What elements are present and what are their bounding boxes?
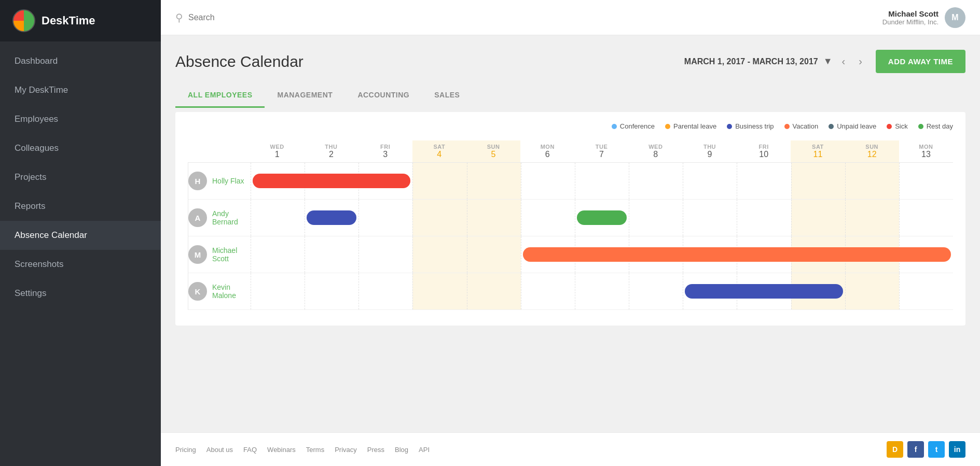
day-cell-kevin-malone-5 [521, 273, 575, 309]
absence-bar-michael-scott-vacation[interactable] [523, 247, 951, 262]
prev-period-button[interactable]: ‹ [838, 53, 850, 69]
sidebar-item-colleagues[interactable]: Colleagues [0, 134, 161, 163]
legend-item-business-trip: Business trip [727, 122, 774, 130]
sidebar-item-settings[interactable]: Settings [0, 279, 161, 308]
person-row-kevin-malone: K Kevin Malone [188, 273, 953, 310]
person-row-holly-flax: H Holly Flax [188, 163, 953, 200]
day-cell-holly-flax-3 [412, 163, 466, 199]
day-cell-holly-flax-6 [575, 163, 629, 199]
tab-accounting[interactable]: ACCOUNTING [345, 83, 422, 108]
person-name-andy-bernard[interactable]: Andy Bernard [212, 209, 251, 226]
day-header-2: FRI 3 [358, 140, 412, 162]
day-cell-andy-bernard-12 [899, 200, 953, 236]
social-button-facebook[interactable]: f [907, 441, 924, 458]
absence-bar-kevin-malone-business-trip[interactable] [685, 284, 843, 299]
day-number: 13 [899, 150, 953, 159]
day-name: MON [899, 144, 953, 150]
day-cell-kevin-malone-12 [899, 273, 953, 309]
day-number: 8 [629, 150, 683, 159]
day-header-3: SAT 4 [412, 140, 466, 162]
date-range-selector: MARCH 1, 2017 - MARCH 13, 2017 ▼ ‹ › [684, 53, 866, 69]
person-name-michael-scott[interactable]: Michael Scott [212, 246, 251, 263]
footer-link-press[interactable]: Press [367, 446, 384, 454]
day-cell-holly-flax-7 [629, 163, 683, 199]
calendar-rows: H Holly Flax A Andy Bernard M Michael Sc… [188, 162, 953, 310]
day-name: SAT [412, 144, 466, 150]
tab-all-employees[interactable]: ALL EMPLOYEES [175, 83, 265, 108]
tab-sales[interactable]: SALES [422, 83, 472, 108]
day-cell-kevin-malone-0 [251, 273, 305, 309]
legend-label-business-trip: Business trip [735, 122, 774, 130]
header-user: Michael Scott Dunder Mifflin, Inc. M [882, 7, 965, 28]
footer-link-terms[interactable]: Terms [306, 446, 324, 454]
day-cell-andy-bernard-10 [791, 200, 845, 236]
add-away-time-button[interactable]: ADD AWAY TIME [876, 50, 965, 73]
tab-management[interactable]: MANAGEMENT [265, 83, 345, 108]
absence-bar-holly-flax-sick[interactable] [253, 174, 410, 188]
user-company: Dunder Mifflin, Inc. [882, 18, 938, 26]
sidebar-item-absence-calendar[interactable]: Absence Calendar [0, 221, 161, 250]
day-cell-michael-scott-3 [412, 236, 466, 273]
day-name: MON [520, 144, 574, 150]
sidebar-item-employees[interactable]: Employees [0, 105, 161, 134]
day-cell-andy-bernard-9 [737, 200, 791, 236]
day-cell-kevin-malone-1 [305, 273, 358, 309]
legend-item-vacation: Vacation [784, 122, 819, 130]
day-cell-andy-bernard-3 [412, 200, 466, 236]
person-info-andy-bernard: A Andy Bernard [188, 208, 251, 227]
next-period-button[interactable]: › [854, 53, 866, 69]
footer-link-about-us[interactable]: About us [206, 446, 233, 454]
day-cell-andy-bernard-4 [467, 200, 521, 236]
legend-item-sick: Sick [887, 122, 908, 130]
social-button-twitter[interactable]: t [928, 441, 945, 458]
logo-text: DeskTime [42, 14, 95, 27]
day-number: 10 [737, 150, 791, 159]
calendar-header-row: WED 1THU 2FRI 3SAT 4SUN 5MON 6TUE 7WED 8… [250, 140, 953, 162]
day-header-12: MON 13 [899, 140, 953, 162]
sidebar-item-projects[interactable]: Projects [0, 163, 161, 192]
social-button-linkedin[interactable]: in [949, 441, 965, 458]
person-info-kevin-malone: K Kevin Malone [188, 282, 251, 301]
day-number: 4 [412, 150, 466, 159]
sidebar-item-reports[interactable]: Reports [0, 192, 161, 221]
day-number: 12 [845, 150, 899, 159]
day-number: 6 [520, 150, 574, 159]
footer-link-api[interactable]: API [419, 446, 430, 454]
person-name-holly-flax[interactable]: Holly Flax [212, 177, 244, 185]
day-number: 2 [304, 150, 358, 159]
person-name-kevin-malone[interactable]: Kevin Malone [212, 283, 251, 300]
social-button-desktime[interactable]: D [887, 441, 903, 458]
footer-link-webinars[interactable]: Webinars [267, 446, 296, 454]
calendar-card: ConferenceParental leaveBusiness tripVac… [175, 112, 965, 326]
day-name: SAT [791, 144, 845, 150]
footer-link-faq[interactable]: FAQ [243, 446, 257, 454]
sidebar-item-dashboard[interactable]: Dashboard [0, 47, 161, 76]
day-cell-holly-flax-11 [845, 163, 899, 199]
page-footer: PricingAbout usFAQWebinarsTermsPrivacyPr… [161, 432, 980, 466]
sidebar-item-screenshots[interactable]: Screenshots [0, 250, 161, 279]
legend-label-vacation: Vacation [793, 122, 819, 130]
absence-bar-andy-bernard-business-trip[interactable] [307, 210, 356, 225]
day-number: 1 [250, 150, 304, 159]
day-header-4: SUN 5 [466, 140, 520, 162]
day-cell-michael-scott-4 [467, 236, 521, 273]
day-header-7: WED 8 [629, 140, 683, 162]
user-name: Michael Scott [882, 9, 938, 18]
search-input[interactable] [188, 13, 882, 22]
absence-bar-andy-bernard-rest-day[interactable] [577, 210, 627, 225]
legend-item-conference: Conference [612, 122, 655, 130]
legend-dot-business-trip [727, 124, 732, 129]
day-number: 9 [683, 150, 737, 159]
day-cell-andy-bernard-8 [683, 200, 737, 236]
chevron-down-icon[interactable]: ▼ [823, 56, 833, 67]
person-avatar-kevin-malone: K [188, 282, 207, 301]
day-header-1: THU 2 [304, 140, 358, 162]
footer-link-blog[interactable]: Blog [395, 446, 408, 454]
day-cell-holly-flax-8 [683, 163, 737, 199]
footer-link-privacy[interactable]: Privacy [335, 446, 357, 454]
footer-link-pricing[interactable]: Pricing [175, 446, 196, 454]
sidebar-item-my-desktime[interactable]: My DeskTime [0, 76, 161, 105]
day-cell-andy-bernard-5 [521, 200, 575, 236]
day-cell-andy-bernard-2 [358, 200, 412, 236]
person-cols-michael-scott [251, 236, 953, 273]
